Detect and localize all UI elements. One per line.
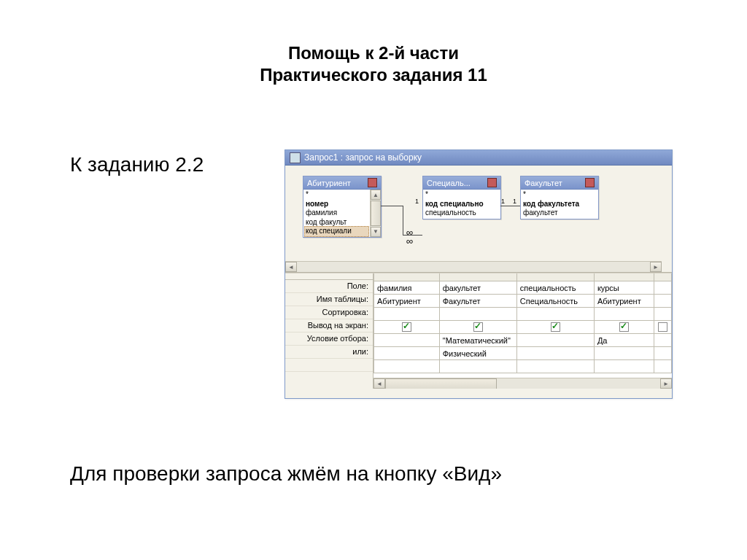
grid-cell[interactable]: Абитуриент xyxy=(374,295,440,308)
grid-cell[interactable] xyxy=(654,295,672,308)
relation-one: 1 xyxy=(415,198,419,205)
grid-cell[interactable] xyxy=(654,360,672,373)
grid-cell[interactable] xyxy=(374,347,440,360)
grid-hscrollbar[interactable]: ◄ ► xyxy=(374,378,672,389)
grid-cell[interactable] xyxy=(374,360,440,373)
grid-cell[interactable] xyxy=(374,334,440,347)
title-line-1: Помощь к 2-й части xyxy=(288,43,459,63)
grid-cell[interactable] xyxy=(594,321,654,334)
relation-line xyxy=(500,206,520,206)
table-diagram-area: Абитуриент * номер фамилия код факульт к… xyxy=(285,166,672,273)
grid-cell[interactable] xyxy=(374,308,440,321)
scroll-down-icon[interactable]: ▼ xyxy=(371,227,381,237)
row-label: Вывод на экран: xyxy=(285,319,373,332)
window-title: Запрос1 : запрос на выборку xyxy=(304,152,422,163)
window-titlebar[interactable]: Запрос1 : запрос на выборку xyxy=(285,150,672,166)
grid-cell[interactable] xyxy=(516,308,594,321)
grid-cell[interactable] xyxy=(439,360,516,373)
row-label: Сортировка: xyxy=(285,306,373,319)
diagram-hscrollbar[interactable]: ◄ ► xyxy=(285,261,662,272)
grid-cell[interactable]: Специальность xyxy=(516,295,594,308)
grid-row-blank xyxy=(374,360,672,373)
show-checkbox[interactable] xyxy=(658,322,667,332)
scroll-right-icon[interactable]: ► xyxy=(650,262,662,272)
relation-one: 1 xyxy=(513,198,516,205)
grid-cell[interactable] xyxy=(594,360,654,373)
title-line-2: Практического задания 11 xyxy=(260,65,487,85)
close-icon[interactable] xyxy=(487,178,497,187)
grid-cell[interactable] xyxy=(439,321,516,334)
row-label xyxy=(285,359,373,372)
grid-cell[interactable]: Физический xyxy=(439,347,516,360)
slide-title: Помощь к 2-й части Практического задания… xyxy=(0,42,747,86)
grid-cell[interactable] xyxy=(654,308,672,321)
table-title: Специаль... xyxy=(427,179,471,187)
table-title: Факультет xyxy=(525,179,562,187)
relation-many: ∞ xyxy=(406,236,413,246)
scroll-up-icon[interactable]: ▲ xyxy=(371,190,381,200)
subtitle-text: К заданию 2.2 xyxy=(70,153,204,176)
diagram-table-fakultet[interactable]: Факультет * код факультета факультет xyxy=(520,176,599,219)
scroll-thumb[interactable] xyxy=(385,378,497,389)
grid-columns: фамилия факультет специальность курсы Аб… xyxy=(374,273,672,389)
query-grid: Поле: Имя таблицы: Сортировка: Вывод на … xyxy=(285,273,672,389)
scroll-track[interactable] xyxy=(385,378,660,389)
relation-one: 1 xyxy=(501,198,505,205)
grid-row-field: фамилия факультет специальность курсы xyxy=(374,281,672,295)
grid-cell[interactable] xyxy=(439,308,516,321)
scrollbar[interactable]: ▲ ▼ xyxy=(370,190,381,237)
grid-cell[interactable]: "Математический" xyxy=(439,334,516,347)
field-list[interactable]: * код специально специальность xyxy=(423,190,500,219)
grid-cell[interactable] xyxy=(516,360,594,373)
grid-cell[interactable] xyxy=(594,308,654,321)
grid-cell[interactable]: Да xyxy=(594,334,654,347)
query-design-window: Запрос1 : запрос на выборку Абитуриент *… xyxy=(285,149,673,399)
grid-cell[interactable] xyxy=(654,334,672,347)
show-checkbox[interactable] xyxy=(473,322,483,332)
grid-cell[interactable] xyxy=(654,281,672,295)
grid-cell[interactable] xyxy=(516,321,594,334)
grid-cell[interactable] xyxy=(654,347,672,360)
grid-cell[interactable]: Абитуриент xyxy=(594,295,654,308)
scroll-track[interactable] xyxy=(297,262,650,272)
grid-cell[interactable]: фамилия xyxy=(374,281,440,295)
scroll-right-icon[interactable]: ► xyxy=(660,378,672,389)
close-icon[interactable] xyxy=(368,178,377,187)
grid-row-show xyxy=(374,321,672,334)
grid-row-labels: Поле: Имя таблицы: Сортировка: Вывод на … xyxy=(285,273,374,389)
diagram-table-specialnost[interactable]: Специаль... * код специально специальнос… xyxy=(422,176,501,219)
show-checkbox[interactable] xyxy=(402,322,411,332)
row-label: или: xyxy=(285,346,373,359)
grid-cell[interactable] xyxy=(516,334,594,347)
grid-row-or: Физический xyxy=(374,347,672,360)
grid-cell[interactable]: факультет xyxy=(439,281,516,295)
table-title: Абитуриент xyxy=(307,179,351,187)
diagram-table-abiturient[interactable]: Абитуриент * номер фамилия код факульт к… xyxy=(303,176,382,238)
grid-cell[interactable] xyxy=(654,321,672,334)
grid-table[interactable]: фамилия факультет специальность курсы Аб… xyxy=(374,273,672,373)
grid-cell[interactable] xyxy=(374,321,440,334)
grid-cell[interactable] xyxy=(594,347,654,360)
grid-cell[interactable]: курсы xyxy=(594,281,654,295)
grid-row-criteria: "Математический" Да xyxy=(374,334,672,347)
window-icon xyxy=(290,152,301,163)
grid-cell[interactable]: Факультет xyxy=(439,295,516,308)
row-label: Условие отбора: xyxy=(285,332,373,346)
scroll-left-icon[interactable]: ◄ xyxy=(374,378,385,389)
relation-line xyxy=(381,206,403,206)
row-label: Поле: xyxy=(285,280,373,293)
scroll-thumb[interactable] xyxy=(371,201,381,226)
grid-cell[interactable]: специальность xyxy=(516,281,594,295)
field-list[interactable]: * номер фамилия код факульт код специали xyxy=(303,190,370,237)
grid-row-table: Абитуриент Факультет Специальность Абиту… xyxy=(374,295,672,308)
show-checkbox[interactable] xyxy=(619,322,629,332)
close-icon[interactable] xyxy=(585,178,595,187)
show-checkbox[interactable] xyxy=(551,322,560,332)
field-list[interactable]: * код факультета факультет xyxy=(521,190,598,219)
scroll-left-icon[interactable]: ◄ xyxy=(285,262,297,272)
grid-row-sort xyxy=(374,308,672,321)
relation-line xyxy=(403,206,403,235)
row-label: Имя таблицы: xyxy=(285,293,373,306)
grid-cell[interactable] xyxy=(516,347,594,360)
bottom-text: Для проверки запроса жмём на кнопку «Вид… xyxy=(70,461,689,487)
